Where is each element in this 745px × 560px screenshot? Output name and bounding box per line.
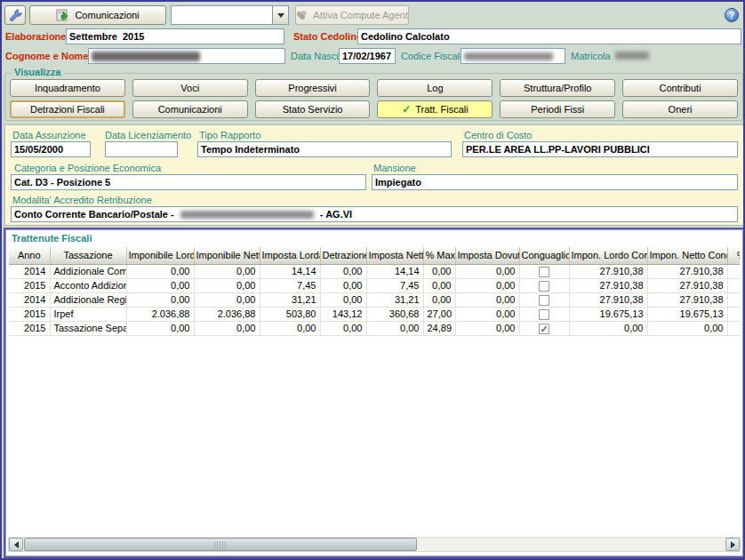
table-row[interactable]: 2015 Acconto Addizionale Co 0,00 0,00 7,… xyxy=(9,278,740,292)
cell-detrazione: 0,00 xyxy=(320,292,366,307)
cell-imposta-lorda: 7,45 xyxy=(260,278,320,292)
column-header-tassazione[interactable]: Tassazione xyxy=(50,247,126,264)
visualizza-buttons: Inquadramento Voci Progressivi Log Strut… xyxy=(7,77,741,120)
cell-anno: 2015 xyxy=(9,307,50,321)
cell-imponibile-lordo: 0,00 xyxy=(126,321,194,335)
cell-tassazione: Acconto Addizionale Co xyxy=(50,278,126,292)
comunicazioni-button[interactable]: Comunicazioni xyxy=(29,5,166,25)
codice-fiscale-field[interactable] xyxy=(461,48,565,64)
button-oneri[interactable]: Oneri xyxy=(622,100,738,118)
cell-imposta-netta: 0,00 xyxy=(366,321,423,335)
button-stato-servizio[interactable]: Stato Servizio xyxy=(255,100,371,118)
cell-imposta-dovuta: 0,00 xyxy=(455,278,519,292)
tools-button[interactable] xyxy=(4,5,26,25)
cognome-nome-field[interactable] xyxy=(88,48,285,64)
column-header-pct[interactable]: % xyxy=(727,247,740,264)
data-nascita-field[interactable]: 17/02/1967 xyxy=(339,48,396,64)
button-struttura-profilo[interactable]: Struttura/Profilo xyxy=(500,79,615,97)
cell-imposta-dovuta: 0,00 xyxy=(455,307,519,321)
button-periodi-fissi[interactable]: Periodi Fissi xyxy=(500,100,615,118)
dati-rapporto-panel: Data Assunzione 15/05/2000 Data Licenzia… xyxy=(4,124,744,226)
button-contributi[interactable]: Contributi xyxy=(622,79,738,97)
column-header-impon-lordo-cong[interactable]: Impon. Lordo Cong. xyxy=(569,247,647,264)
conguaglio-checkbox[interactable] xyxy=(539,324,549,334)
help-icon[interactable]: ? xyxy=(725,8,739,22)
toolbar-combobox[interactable] xyxy=(171,5,289,25)
cell-anno: 2014 xyxy=(9,292,50,307)
button-log[interactable]: Log xyxy=(377,79,493,97)
communication-icon xyxy=(56,9,70,21)
button-detrazioni-fiscali[interactable]: Detrazioni Fiscali xyxy=(10,100,125,118)
conguaglio-checkbox[interactable] xyxy=(539,267,549,277)
cell-imponibile-lordo: 0,00 xyxy=(126,292,194,307)
column-header-detrazione[interactable]: Detrazione xyxy=(320,247,366,264)
button-comunicazioni-tab[interactable]: Comunicazioni xyxy=(132,100,248,118)
tipo-rapporto-field[interactable]: Tempo Indeterminato xyxy=(197,141,452,157)
conguaglio-checkbox[interactable] xyxy=(539,281,549,292)
data-assunzione-field[interactable]: 15/05/2000 xyxy=(11,141,91,157)
table-row[interactable]: 2014 Addizionale Comunale ir 0,00 0,00 1… xyxy=(9,264,740,278)
cell-imposta-dovuta: 0,00 xyxy=(455,292,519,307)
combobox-dropdown-button[interactable] xyxy=(272,6,288,24)
elaborazione-field[interactable]: Settembre 2015 xyxy=(66,28,284,44)
button-voci[interactable]: Voci xyxy=(132,79,248,97)
scrollbar-thumb[interactable] xyxy=(24,538,417,551)
modalita-accredito-field[interactable]: Conto Corrente Bancario/Postale - - AG.V… xyxy=(11,206,738,222)
cell-tassazione: Irpef xyxy=(50,307,126,321)
cell-pct-max: 24,89 xyxy=(423,321,455,335)
data-assunzione-label: Data Assunzione xyxy=(12,130,86,140)
cell-imposta-lorda: 503,80 xyxy=(260,307,320,321)
redacted-name xyxy=(92,52,200,61)
data-licenziamento-field[interactable] xyxy=(105,141,178,157)
column-header-anno[interactable]: Anno xyxy=(9,247,50,264)
cell-pct-max: 27,00 xyxy=(423,307,455,321)
button-inquadramento[interactable]: Inquadramento xyxy=(10,79,125,97)
cell-conguaglio xyxy=(519,264,569,278)
column-header-imposta-lorda[interactable]: Imposta Lorda xyxy=(260,247,320,264)
scroll-right-button[interactable] xyxy=(725,538,740,551)
cell-pct xyxy=(727,264,740,278)
cell-netto-cong: 0,00 xyxy=(647,321,727,335)
stato-cedolino-field[interactable]: Cedolino Calcolato xyxy=(357,28,741,44)
cell-lordo-cong: 27.910,38 xyxy=(569,292,647,307)
button-progressivi[interactable]: Progressivi xyxy=(255,79,371,97)
categoria-field[interactable]: Cat. D3 - Posizione 5 xyxy=(11,174,366,190)
cell-pct xyxy=(727,278,740,292)
column-header-imposta-netta[interactable]: Imposta Netta xyxy=(366,247,423,264)
cell-lordo-cong: 0,00 xyxy=(569,321,647,335)
elaborazione-row: Elaborazione Settembre 2015 Stato Cedoli… xyxy=(2,28,743,46)
cell-imposta-lorda: 14,14 xyxy=(260,264,320,278)
column-header-imponibile-lordo[interactable]: Imponibile Lordo xyxy=(126,247,194,264)
scroll-left-button[interactable] xyxy=(9,538,23,551)
cell-conguaglio xyxy=(519,321,569,335)
arrow-right-icon xyxy=(731,541,735,548)
attiva-compute-agent-button: Attiva Compute Agent xyxy=(295,5,409,25)
conguaglio-checkbox[interactable] xyxy=(539,309,549,320)
conguaglio-checkbox[interactable] xyxy=(539,295,549,306)
cell-anno: 2015 xyxy=(9,321,50,335)
column-header-imposta-dovuta[interactable]: Imposta Dovuta xyxy=(455,247,519,264)
column-header-conguaglio[interactable]: Conguaglio xyxy=(519,247,569,264)
table-row[interactable]: 2014 Addizionale Regionale Il 0,00 0,00 … xyxy=(9,292,740,307)
cell-lordo-cong: 27.910,38 xyxy=(569,278,647,292)
cell-pct xyxy=(727,307,740,321)
table-row[interactable]: 2015 Irpef 2.036,88 2.036,88 503,80 143,… xyxy=(9,307,740,321)
trattenute-grid: Anno Tassazione Imponibile Lordo Imponib… xyxy=(9,247,740,336)
button-tratt-fiscali[interactable]: ✓ Tratt. Fiscali xyxy=(377,100,493,118)
cell-imponibile-netto: 0,00 xyxy=(194,321,260,335)
trattenute-title: Trattenute Fiscali xyxy=(12,233,92,244)
centro-costo-field[interactable]: PER.LE AREA LL.PP-LAVORI PUBBLICI xyxy=(462,141,738,157)
cell-imposta-netta: 31,21 xyxy=(366,292,423,307)
table-row[interactable]: 2015 Tassazione Separata 0,00 0,00 0,00 … xyxy=(9,321,740,335)
horizontal-scrollbar[interactable] xyxy=(8,537,741,552)
cell-conguaglio xyxy=(519,278,569,292)
agent-icon xyxy=(296,10,308,20)
column-header-pct-max[interactable]: % Max xyxy=(423,247,455,264)
cell-imposta-lorda: 31,21 xyxy=(260,292,320,307)
mansione-field[interactable]: Impiegato xyxy=(372,174,738,190)
column-header-impon-netto-cong[interactable]: Impon. Netto Cong. xyxy=(647,247,727,264)
cell-conguaglio xyxy=(519,307,569,321)
column-header-imponibile-netto[interactable]: Imponibile Netto xyxy=(194,247,260,264)
anagrafica-row: Cognome e Nome Data Nascita 17/02/1967 C… xyxy=(2,48,743,66)
cell-imposta-dovuta: 0,00 xyxy=(455,264,519,278)
